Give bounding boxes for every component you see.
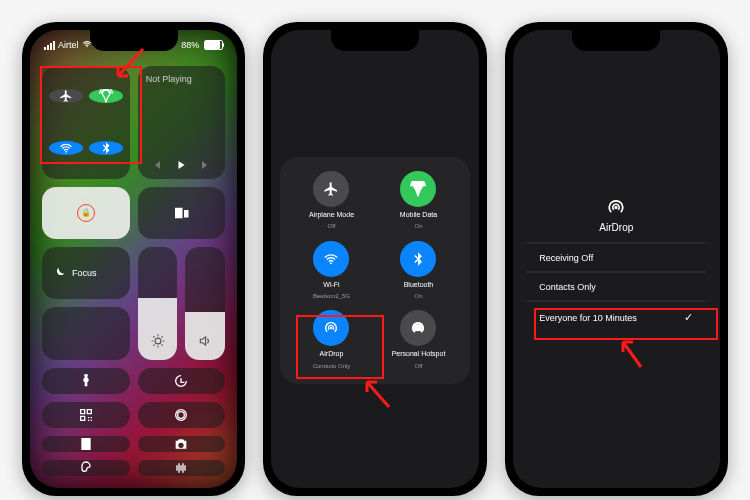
conn-sub: On [414, 293, 422, 300]
flashlight-tile[interactable] [42, 368, 130, 394]
check-icon: ✓ [684, 311, 693, 324]
focus-tile[interactable]: Focus [42, 247, 130, 299]
media-title: Not Playing [146, 74, 192, 84]
conn-sub: Off [328, 223, 336, 230]
cellular-icon [400, 171, 436, 207]
mirror-icon [172, 204, 190, 222]
record-icon [173, 407, 189, 423]
connectivity-panel: Airplane ModeOffMobile DataOnWi-FiBeebom… [280, 157, 470, 384]
brightness-slider[interactable] [138, 247, 178, 360]
orientation-lock-tile[interactable]: 🔒 [42, 187, 130, 239]
bluetooth-toggle[interactable] [89, 141, 123, 155]
torch-icon [78, 373, 94, 389]
volume-slider[interactable] [185, 247, 225, 360]
airdrop-settings-panel: AirDrop Receiving OffContacts OnlyEveryo… [527, 186, 705, 333]
haptic-icon [173, 460, 189, 476]
hearing-tile[interactable] [42, 460, 130, 476]
conn-label: AirDrop [320, 350, 344, 358]
conn-item-cellular[interactable]: Mobile DataOn [377, 171, 460, 231]
airdrop-title: AirDrop [599, 222, 633, 233]
haptic-tile[interactable] [138, 460, 226, 476]
airdrop-option[interactable]: Everyone for 10 Minutes✓ [527, 301, 705, 333]
notch [90, 29, 178, 51]
spacer [42, 307, 130, 359]
battery-pct: 88% [181, 40, 199, 50]
timer-tile[interactable] [138, 368, 226, 394]
connectivity-tile[interactable] [42, 66, 130, 179]
airdrop-header: AirDrop [527, 186, 705, 243]
airdrop-icon [606, 198, 626, 218]
conn-sub: Contacts Only [313, 363, 351, 370]
conn-item-wifi[interactable]: Wi-FiBeebom2_5G [290, 241, 373, 301]
sun-icon [151, 334, 165, 352]
conn-item-airplane[interactable]: Airplane ModeOff [290, 171, 373, 231]
carrier-label: Airtel [58, 40, 79, 50]
bluetooth-icon [400, 241, 436, 277]
notch [331, 29, 419, 51]
media-tile[interactable]: Not Playing [138, 66, 226, 179]
play-icon[interactable] [175, 159, 187, 171]
timer-icon [173, 373, 189, 389]
airplane-icon [313, 171, 349, 207]
option-label: Receiving Off [539, 253, 593, 263]
conn-item-airdrop[interactable]: AirDropContacts Only [290, 310, 373, 370]
qr-tile[interactable] [42, 402, 130, 428]
conn-label: Personal Hotspot [392, 350, 446, 358]
airplane-toggle[interactable] [49, 89, 83, 103]
cellular-toggle[interactable] [89, 89, 123, 103]
prev-track-icon[interactable] [151, 159, 163, 171]
conn-sub: Off [415, 363, 423, 370]
calculator-tile[interactable] [42, 436, 130, 452]
calc-icon [78, 436, 94, 452]
conn-label: Bluetooth [404, 281, 434, 289]
conn-item-bluetooth[interactable]: BluetoothOn [377, 241, 460, 301]
ear-icon [78, 460, 94, 476]
camera-tile[interactable] [138, 436, 226, 452]
focus-label: Focus [72, 268, 97, 278]
conn-sub: Beebom2_5G [313, 293, 350, 300]
control-center-grid: Not Playing 🔒 Focus [30, 30, 237, 488]
hotspot-icon [400, 310, 436, 346]
option-label: Everyone for 10 Minutes [539, 312, 637, 322]
moon-icon [52, 266, 66, 280]
record-tile[interactable] [138, 402, 226, 428]
airdrop-icon [313, 310, 349, 346]
conn-label: Mobile Data [400, 211, 437, 219]
phone-connectivity-expanded: Airplane ModeOffMobile DataOnWi-FiBeebom… [263, 22, 486, 496]
option-label: Contacts Only [539, 282, 596, 292]
lock-rotate-icon: 🔒 [77, 204, 95, 222]
conn-item-hotspot[interactable]: Personal HotspotOff [377, 310, 460, 370]
screen-mirroring-tile[interactable] [138, 187, 226, 239]
airdrop-option[interactable]: Receiving Off [527, 243, 705, 272]
phone-control-center: Airtel 88% Not Playing 🔒 Focus [22, 22, 245, 496]
signal-bars-icon [44, 41, 55, 50]
camera-icon [173, 436, 189, 452]
phone-airdrop-menu: AirDrop Receiving OffContacts OnlyEveryo… [505, 22, 728, 496]
next-track-icon[interactable] [199, 159, 211, 171]
speaker-icon [198, 334, 212, 352]
airdrop-option[interactable]: Contacts Only [527, 272, 705, 301]
wifi-toggle[interactable] [49, 141, 83, 155]
conn-label: Airplane Mode [309, 211, 354, 219]
conn-label: Wi-Fi [323, 281, 339, 289]
battery-icon [204, 40, 223, 50]
wifi-icon [313, 241, 349, 277]
qr-icon [78, 407, 94, 423]
notch [572, 29, 660, 51]
conn-sub: On [414, 223, 422, 230]
